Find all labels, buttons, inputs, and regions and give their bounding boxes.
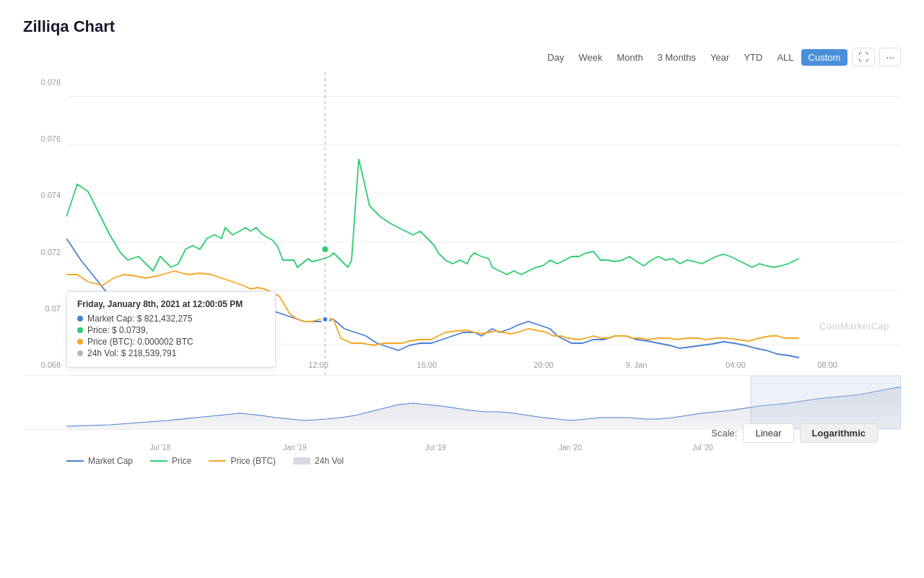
tooltip-dot-yellow-legend — [77, 339, 83, 345]
y-axis: 0.0780.0760.0740.0720.070.068 — [23, 72, 66, 375]
y-label-0.072: 0.072 — [23, 248, 66, 256]
mini-x-jul20: Jul '20 — [692, 444, 713, 452]
legend-24h-vol: 24h Vol — [293, 456, 344, 466]
legend-price: Price — [150, 456, 191, 466]
page-title: Zilliqa Chart — [23, 17, 901, 36]
time-btn-custom[interactable]: Custom — [801, 49, 848, 66]
x-label-1200: 12:00 — [308, 361, 328, 369]
tooltip-24h-vol: 24h Vol: $ 218,539,791 — [77, 348, 265, 358]
time-btn-all[interactable]: ALL — [770, 49, 801, 66]
x-label-0400: 04:00 — [725, 361, 746, 369]
time-btn-ytd[interactable]: YTD — [736, 49, 770, 66]
mini-x-jan19: Jan '19 — [284, 444, 307, 452]
fullscreen-button[interactable]: ⛶ — [852, 48, 875, 66]
mini-chart-inner: Jul '18 Jan '19 Jul '19 Jan '20 Jul '20 — [66, 376, 901, 429]
legend-line-green — [150, 460, 167, 462]
mini-x-jul19: Jul '19 — [425, 444, 446, 452]
y-label-0.074: 0.074 — [23, 191, 66, 199]
tooltip-market-cap: Market Cap: $ 821,432,275 — [77, 314, 265, 324]
time-btn-day[interactable]: Day — [540, 49, 571, 66]
scale-section: Scale: Linear Logarithmic — [711, 423, 878, 443]
chart-area: 0.0780.0760.0740.0720.070.068 — [23, 72, 901, 466]
legend-market-cap: Market Cap — [66, 456, 133, 466]
tooltip-price: Price: $ 0.0739, — [77, 325, 265, 335]
legend-line-blue — [66, 460, 84, 462]
mini-chart: Jul '18 Jan '19 Jul '19 Jan '20 Jul '20 — [23, 376, 901, 430]
tooltip-dot-grey-legend — [77, 350, 83, 356]
time-btn-week[interactable]: Week — [571, 49, 609, 66]
tooltip-dot-green-legend — [77, 327, 83, 333]
tooltip-dot-green — [321, 246, 328, 253]
time-buttons-group: DayWeekMonth3 MonthsYearYTDALLCustom — [540, 49, 847, 66]
tooltip-price-btc: Price (BTC): 0.000002 BTC — [77, 337, 265, 347]
legend-price-btc: Price (BTC) — [209, 456, 276, 466]
mini-x-jan20: Jan '20 — [559, 444, 582, 452]
time-btn-year[interactable]: Year — [703, 49, 736, 66]
bottom-row: Market Cap Price Price (BTC) 24h Vol Sca… — [23, 453, 901, 466]
svg-rect-8 — [751, 376, 901, 429]
x-label-9jan: 9. Jan — [626, 361, 648, 369]
main-container: Zilliqa Chart DayWeekMonth3 MonthsYearYT… — [0, 0, 924, 578]
tooltip-dot-blue-legend — [77, 316, 83, 322]
scale-logarithmic-button[interactable]: Logarithmic — [800, 423, 878, 443]
tooltip-title: Friday, January 8th, 2021 at 12:00:05 PM — [77, 299, 265, 309]
toolbar: DayWeekMonth3 MonthsYearYTDALLCustom ⛶ ·… — [23, 48, 901, 66]
chart-plot: Friday, January 8th, 2021 at 12:00:05 PM… — [66, 72, 901, 375]
main-chart: 0.0780.0760.0740.0720.070.068 — [23, 72, 901, 376]
tooltip-dot-blue — [322, 316, 328, 322]
scale-linear-button[interactable]: Linear — [743, 423, 793, 443]
cmc-watermark: CoinMarketCap — [819, 321, 889, 332]
mini-chart-svg — [66, 376, 901, 429]
tooltip-box: Friday, January 8th, 2021 at 12:00:05 PM… — [66, 291, 276, 368]
x-label-2000: 20:00 — [533, 361, 554, 369]
more-button[interactable]: ··· — [879, 48, 901, 66]
scale-label: Scale: — [711, 428, 737, 439]
legend-area-grey — [293, 457, 310, 465]
time-btn-3-months[interactable]: 3 Months — [650, 49, 703, 66]
x-label-1600: 16:00 — [417, 361, 437, 369]
y-label-0.078: 0.078 — [23, 78, 66, 87]
mini-y-axis — [23, 376, 66, 429]
x-label-0800: 08:00 — [817, 361, 837, 369]
legend: Market Cap Price Price (BTC) 24h Vol — [66, 456, 344, 466]
legend-line-yellow — [209, 460, 226, 462]
time-btn-month[interactable]: Month — [609, 49, 650, 66]
y-label-0.076: 0.076 — [23, 134, 66, 143]
y-label-0.07: 0.07 — [23, 304, 66, 313]
mini-x-jul18: Jul '18 — [150, 444, 171, 452]
y-label-0.068: 0.068 — [23, 361, 66, 369]
